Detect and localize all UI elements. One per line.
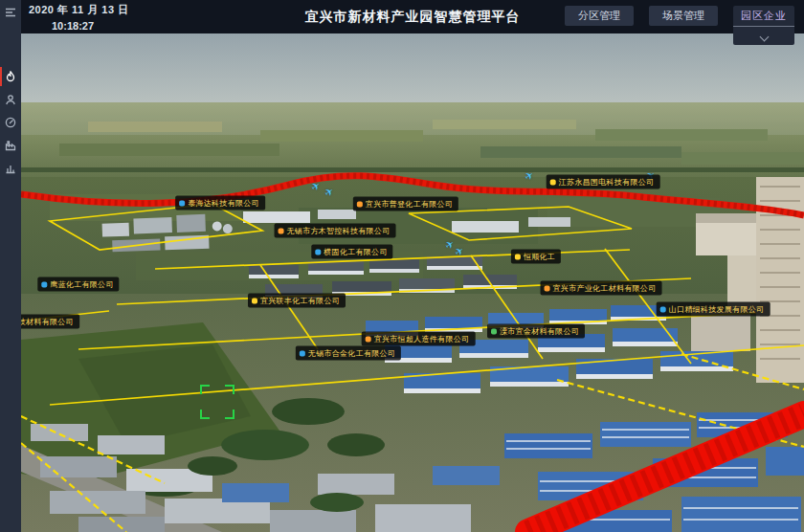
marker-layer: 泰海达科技有限公司宜兴市普登化工有限公司无锡市方木智控科技有限公司横固化工有限公… bbox=[21, 33, 804, 532]
company-label[interactable]: 溧市宜金材料有限公司 bbox=[487, 324, 585, 339]
company-name: 横固化工有限公司 bbox=[324, 247, 387, 257]
company-label[interactable]: 江苏永昌国电科技有限公司 bbox=[547, 175, 660, 189]
company-icon bbox=[300, 350, 305, 356]
company-label[interactable]: 无锡市合金化工有限公司 bbox=[296, 346, 401, 361]
company-label[interactable]: 横固化工有限公司 bbox=[311, 245, 392, 259]
company-name: 山口精细科技发展有限公司 bbox=[669, 304, 765, 315]
company-label[interactable]: 宜兴联丰化工有限公司 bbox=[248, 294, 346, 308]
chevron-down-icon bbox=[759, 33, 769, 42]
plane-icon[interactable]: ✈ bbox=[322, 185, 336, 200]
plane-icon[interactable]: ✈ bbox=[452, 244, 466, 259]
company-name: 宜兴市恒超人造件有限公司 bbox=[374, 334, 470, 344]
company-icon bbox=[660, 306, 666, 312]
plane-icon[interactable]: ✈ bbox=[522, 168, 536, 184]
company-name: 宜兴市普登化工有限公司 bbox=[366, 199, 453, 210]
company-label[interactable]: 宜兴市普登化工有限公司 bbox=[353, 197, 458, 211]
map-3d-viewport[interactable]: 泰海达科技有限公司宜兴市普登化工有限公司无锡市方木智控科技有限公司横固化工有限公… bbox=[21, 33, 804, 532]
company-label[interactable]: 山口精细科技发展有限公司 bbox=[657, 302, 770, 317]
company-icon bbox=[545, 285, 550, 291]
sidebar bbox=[0, 0, 21, 532]
company-name: 溧市宜金材料有限公司 bbox=[500, 326, 579, 337]
scene-management-button[interactable]: 场景管理 bbox=[649, 6, 718, 26]
company-icon bbox=[315, 249, 321, 255]
company-icon bbox=[41, 281, 47, 287]
zone-management-button[interactable]: 分区管理 bbox=[565, 6, 634, 26]
menu-icon[interactable] bbox=[0, 0, 21, 25]
dropdown-label: 园区企业 bbox=[733, 9, 794, 27]
plane-icon[interactable]: ✈ bbox=[308, 179, 323, 194]
company-name: 宜兴市产业化工材料有限公司 bbox=[553, 283, 657, 294]
company-name: 恒顺化工 bbox=[524, 252, 555, 262]
company-name: 泰海达科技有限公司 bbox=[188, 198, 259, 209]
company-name: 无锡市方木智控科技有限公司 bbox=[287, 226, 391, 236]
company-icon bbox=[357, 201, 363, 207]
flame-icon[interactable] bbox=[0, 65, 21, 88]
top-bar: 2020 年 11 月 13 日 10:18:27 宜兴市新材料产业园智慧管理平… bbox=[21, 0, 804, 33]
company-icon bbox=[252, 298, 257, 303]
park-enterprise-dropdown[interactable]: 园区企业 bbox=[733, 6, 794, 45]
company-label[interactable]: 恒顺化工 bbox=[511, 250, 561, 264]
company-label[interactable]: 无锡市方木智控科技有限公司 bbox=[275, 224, 396, 238]
company-label[interactable]: 宜兴市产业化工材料有限公司 bbox=[541, 281, 662, 296]
selection-brackets bbox=[200, 385, 234, 419]
bar-chart-icon[interactable] bbox=[0, 157, 21, 180]
company-icon bbox=[491, 328, 497, 334]
company-name: 鹰蓝化工有限公司 bbox=[50, 279, 113, 290]
factory-icon[interactable] bbox=[0, 134, 21, 157]
company-name: 宜兴联丰化工有限公司 bbox=[260, 296, 340, 306]
app-window: 2020 年 11 月 13 日 10:18:27 宜兴市新材料产业园智慧管理平… bbox=[0, 0, 804, 532]
company-icon bbox=[366, 336, 371, 342]
gauge-icon[interactable] bbox=[0, 111, 21, 134]
top-bar-actions: 分区管理 场景管理 园区企业 bbox=[565, 6, 794, 45]
company-name: 无锡市合金化工有限公司 bbox=[308, 348, 395, 359]
company-label[interactable]: 宜兴市恒超人造件有限公司 bbox=[362, 332, 476, 346]
company-icon bbox=[179, 200, 185, 206]
company-icon bbox=[515, 254, 521, 259]
company-icon bbox=[550, 179, 556, 185]
company-name: 江苏永昌国电科技有限公司 bbox=[559, 177, 655, 188]
company-label[interactable]: 胶科技材料有限公司 bbox=[21, 315, 79, 329]
company-icon bbox=[279, 228, 284, 233]
company-name: 胶科技材料有限公司 bbox=[21, 317, 74, 327]
company-label[interactable]: 鹰蓝化工有限公司 bbox=[37, 277, 119, 292]
person-icon[interactable] bbox=[0, 88, 21, 111]
company-label[interactable]: 泰海达科技有限公司 bbox=[175, 196, 265, 211]
